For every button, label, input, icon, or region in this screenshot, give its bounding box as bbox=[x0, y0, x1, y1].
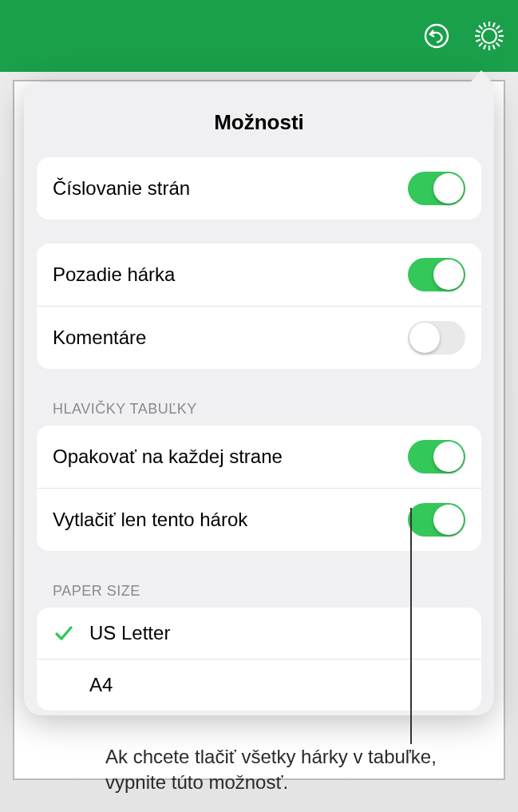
toggle-page-numbering[interactable] bbox=[408, 172, 465, 205]
group-display: Pozadie hárka Komentáre bbox=[37, 244, 481, 369]
toggle-repeat-each-page[interactable] bbox=[408, 440, 465, 473]
callout-leader-line bbox=[410, 508, 412, 744]
svg-line-13 bbox=[476, 40, 480, 42]
label-paper-a4: A4 bbox=[89, 674, 113, 696]
svg-line-14 bbox=[498, 40, 503, 42]
row-repeat-each-page[interactable]: Opakovať na každej strane bbox=[37, 426, 481, 488]
row-paper-a4[interactable]: A4 bbox=[37, 659, 481, 711]
label-paper-us-letter: US Letter bbox=[89, 622, 170, 644]
svg-line-10 bbox=[493, 22, 495, 27]
group-headers: Opakovať na každej strane Vytlačiť len t… bbox=[37, 426, 481, 551]
options-popover: Možnosti Číslovanie strán Pozadie hárka … bbox=[24, 83, 494, 715]
svg-point-1 bbox=[482, 29, 496, 43]
row-paper-us-letter[interactable]: US Letter bbox=[37, 608, 481, 659]
popover-title: Možnosti bbox=[24, 99, 494, 157]
label-sheet-background: Pozadie hárka bbox=[53, 263, 175, 286]
popover-caret bbox=[467, 70, 496, 86]
row-comments[interactable]: Komentáre bbox=[37, 306, 481, 369]
row-sheet-background[interactable]: Pozadie hárka bbox=[37, 244, 481, 306]
top-toolbar bbox=[0, 0, 518, 72]
svg-line-7 bbox=[496, 43, 500, 47]
group-paper-size: US Letter A4 bbox=[37, 608, 481, 711]
undo-button[interactable] bbox=[419, 18, 454, 53]
checkmark-icon bbox=[53, 622, 75, 644]
gear-icon bbox=[473, 19, 506, 53]
svg-line-6 bbox=[479, 26, 483, 30]
undo-icon bbox=[422, 22, 451, 50]
label-repeat-each-page: Opakovať na každej strane bbox=[53, 446, 283, 468]
settings-button[interactable] bbox=[472, 18, 507, 53]
label-comments: Komentáre bbox=[53, 327, 146, 349]
svg-line-17 bbox=[484, 22, 485, 27]
group-page-numbering: Číslovanie strán bbox=[37, 157, 481, 220]
section-label-headers: HLAVIČKY TABUĽKY bbox=[24, 393, 494, 426]
toggle-print-only-this-sheet[interactable] bbox=[408, 503, 465, 537]
row-print-only-this-sheet[interactable]: Vytlačiť len tento hárok bbox=[37, 488, 481, 551]
svg-line-11 bbox=[484, 45, 485, 50]
svg-line-8 bbox=[496, 26, 500, 30]
svg-point-0 bbox=[425, 25, 448, 47]
svg-line-16 bbox=[493, 45, 495, 50]
label-print-only-this-sheet: Vytlačiť len tento hárok bbox=[53, 509, 247, 531]
section-label-paper: PAPER SIZE bbox=[24, 575, 494, 608]
label-page-numbering: Číslovanie strán bbox=[53, 177, 190, 200]
toggle-comments[interactable] bbox=[408, 321, 465, 355]
svg-line-9 bbox=[479, 43, 483, 47]
toggle-sheet-background[interactable] bbox=[408, 258, 465, 291]
svg-line-15 bbox=[476, 30, 480, 32]
row-page-numbering[interactable]: Číslovanie strán bbox=[37, 157, 481, 220]
svg-line-12 bbox=[498, 30, 503, 32]
callout-caption: Ak chcete tlačiť všetky hárky v tabuľke,… bbox=[105, 744, 441, 796]
